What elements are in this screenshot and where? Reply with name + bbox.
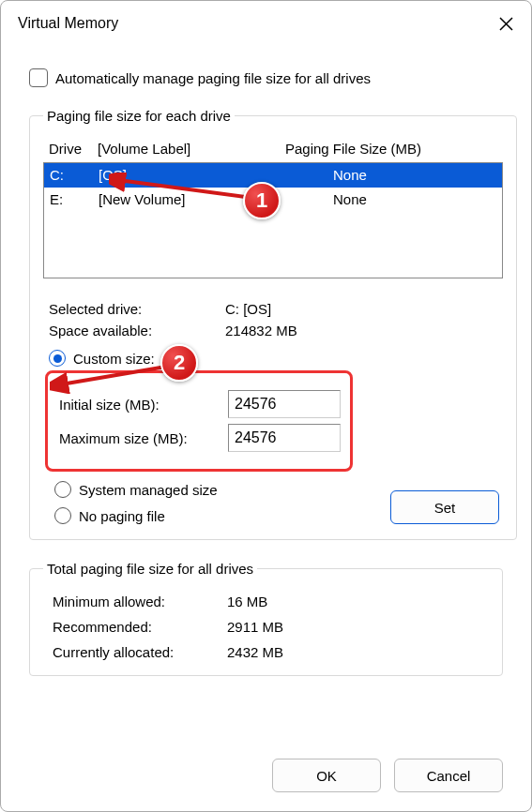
close-icon[interactable] bbox=[497, 15, 514, 32]
radio-custom-label: Custom size: bbox=[73, 351, 155, 367]
drive-label: [New Volume] bbox=[99, 189, 286, 210]
initial-size-label: Initial size (MB): bbox=[59, 397, 228, 413]
initial-size-input[interactable] bbox=[228, 390, 341, 418]
auto-manage-label: Automatically manage paging file size fo… bbox=[55, 70, 371, 86]
maximum-size-label: Maximum size (MB): bbox=[59, 430, 228, 446]
custom-size-highlight: Initial size (MB): Maximum size (MB): bbox=[45, 370, 353, 472]
maximum-size-input[interactable] bbox=[228, 424, 341, 452]
radio-icon[interactable] bbox=[54, 507, 71, 524]
radio-system-label: System managed size bbox=[79, 482, 218, 498]
auto-manage-row[interactable]: Automatically manage paging file size fo… bbox=[29, 68, 503, 87]
drive-row[interactable]: E: [New Volume] None bbox=[44, 188, 502, 212]
drive-letter: C: bbox=[50, 165, 99, 186]
recommended-value: 2911 MB bbox=[227, 619, 489, 635]
total-paging-group: Total paging file size for all drives Mi… bbox=[29, 561, 503, 676]
radio-icon[interactable] bbox=[54, 481, 71, 498]
drive-size: None bbox=[286, 189, 496, 210]
ok-button[interactable]: OK bbox=[272, 759, 381, 792]
drive-row[interactable]: C: [OS] None bbox=[44, 163, 502, 188]
radio-nofile-label: No paging file bbox=[79, 508, 165, 524]
paging-per-drive-group: Paging file size for each drive Drive [V… bbox=[29, 108, 517, 540]
radio-custom-size[interactable]: Custom size: bbox=[49, 350, 503, 367]
min-allowed-label: Minimum allowed: bbox=[53, 594, 227, 609]
drive-letter: E: bbox=[50, 189, 99, 210]
selected-drive-value: C: [OS] bbox=[225, 301, 503, 317]
col-header-size: Paging File Size (MB) bbox=[285, 141, 497, 157]
min-allowed-value: 16 MB bbox=[227, 594, 489, 609]
currently-allocated-label: Currently allocated: bbox=[53, 644, 227, 660]
title-bar: Virtual Memory bbox=[1, 1, 531, 42]
radio-icon[interactable] bbox=[49, 350, 66, 367]
selected-drive-label: Selected drive: bbox=[49, 301, 225, 317]
dialog-footer: OK Cancel bbox=[1, 759, 531, 811]
space-available-label: Space available: bbox=[49, 323, 225, 338]
space-available-value: 214832 MB bbox=[225, 323, 503, 338]
cancel-button[interactable]: Cancel bbox=[394, 759, 503, 792]
drive-list-headers: Drive [Volume Label] Paging File Size (M… bbox=[43, 137, 503, 162]
col-header-drive: Drive bbox=[49, 141, 98, 157]
drive-list[interactable]: C: [OS] None E: [New Volume] None bbox=[43, 162, 503, 278]
group2-legend: Total paging file size for all drives bbox=[43, 561, 257, 577]
window-title: Virtual Memory bbox=[18, 15, 118, 32]
set-button[interactable]: Set bbox=[390, 490, 499, 524]
drive-size: None bbox=[286, 165, 496, 186]
group1-legend: Paging file size for each drive bbox=[43, 108, 235, 124]
col-header-label: [Volume Label] bbox=[98, 141, 285, 157]
recommended-label: Recommended: bbox=[53, 619, 227, 635]
auto-manage-checkbox[interactable] bbox=[29, 68, 48, 87]
drive-label: [OS] bbox=[99, 165, 286, 186]
currently-allocated-value: 2432 MB bbox=[227, 644, 489, 660]
